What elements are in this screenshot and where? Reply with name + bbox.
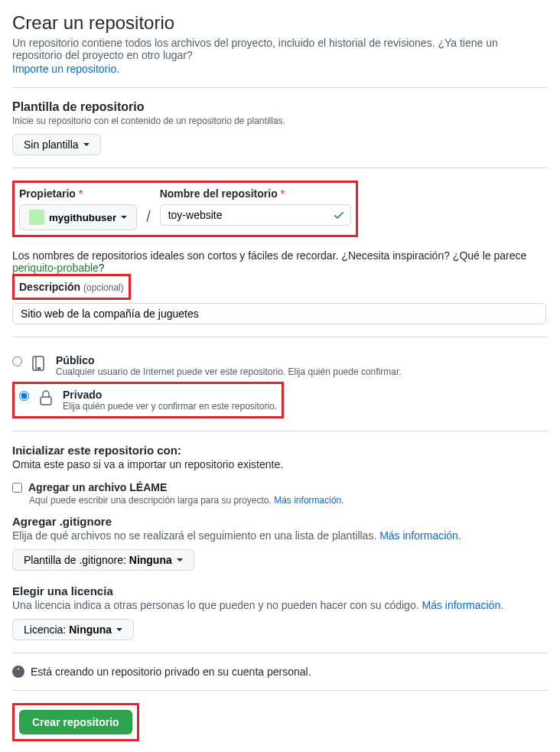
readme-label: Agregar un archivo LÉAME xyxy=(28,481,167,493)
chevron-down-icon xyxy=(83,143,90,146)
create-repo-button[interactable]: Crear repositorio xyxy=(19,710,132,734)
license-title: Elegir una licencia xyxy=(12,584,548,597)
readme-checkbox[interactable] xyxy=(12,483,22,493)
template-select-label: Sin plantilla xyxy=(24,138,79,151)
initialize-desc: Omita este paso si va a importar un repo… xyxy=(12,458,548,470)
description-input[interactable] xyxy=(12,303,546,324)
gitignore-select-label: Plantilla de .gitignore: Ninguna xyxy=(24,554,172,566)
owner-label: Propietario xyxy=(19,187,76,200)
visibility-public-label: Público xyxy=(56,354,402,366)
suggestion-link[interactable]: periquito-probable xyxy=(12,262,99,274)
visibility-private-desc: Elija quién puede ver y confirmar en est… xyxy=(63,401,277,412)
visibility-public-row[interactable]: Público Cualquier usuario de Internet pu… xyxy=(12,350,548,382)
divider xyxy=(12,431,548,431)
info-banner: Está creando un repositorio privado en s… xyxy=(12,666,548,678)
repo-name-hint: Los nombres de repositorios ideales son … xyxy=(12,249,548,274)
highlight-private: Privado Elija quién puede ver y confirma… xyxy=(12,382,284,418)
gitignore-desc: Elija de qué archivos no se realizará el… xyxy=(12,529,548,542)
import-repo-link[interactable]: Importe un repositorio. xyxy=(12,63,119,75)
readme-more-link[interactable]: Más información. xyxy=(274,495,343,506)
highlight-owner-name: Propietario * mygithubuser / Nombre del … xyxy=(12,181,358,237)
check-icon xyxy=(333,209,345,221)
template-section-desc: Inicie su repositorio con el contenido d… xyxy=(12,116,548,126)
visibility-private-label: Privado xyxy=(63,389,277,401)
chevron-down-icon xyxy=(116,628,122,631)
repo-name-input[interactable] xyxy=(160,204,351,226)
page-subtitle: Un repositorio contiene todos los archiv… xyxy=(12,37,548,61)
visibility-private-row[interactable]: Privado Elija quién puede ver y confirma… xyxy=(19,389,277,412)
slash-separator: / xyxy=(145,208,152,230)
highlight-submit: Crear repositorio xyxy=(12,703,139,741)
chevron-down-icon xyxy=(177,558,183,562)
chevron-down-icon xyxy=(121,216,127,219)
description-label: Descripción xyxy=(19,281,80,293)
gitignore-select[interactable]: Plantilla de .gitignore: Ninguna xyxy=(12,549,194,571)
repo-name-label: Nombre del repositorio xyxy=(160,187,278,200)
repo-icon xyxy=(30,354,48,373)
template-section-title: Plantilla de repositorio xyxy=(12,100,548,114)
required-asterisk: * xyxy=(281,187,285,200)
avatar-icon xyxy=(29,210,44,225)
divider xyxy=(12,337,548,337)
info-icon xyxy=(12,666,24,678)
page-title: Crear un repositorio xyxy=(12,12,548,34)
highlight-description: Descripción (opcional) xyxy=(12,274,131,300)
template-select[interactable]: Sin plantilla xyxy=(12,134,101,155)
gitignore-more-link[interactable]: Más información. xyxy=(379,529,461,542)
required-asterisk: * xyxy=(79,187,83,200)
description-optional: (opcional) xyxy=(83,282,124,293)
svg-rect-2 xyxy=(41,397,51,405)
visibility-public-radio[interactable] xyxy=(12,356,22,366)
divider xyxy=(12,653,548,653)
license-select-label: Licencia: Ninguna xyxy=(24,623,112,636)
license-select[interactable]: Licencia: Ninguna xyxy=(12,619,134,640)
owner-select[interactable]: mygithubuser xyxy=(19,204,137,230)
visibility-public-desc: Cualquier usuario de Internet puede ver … xyxy=(56,366,402,377)
owner-value: mygithubuser xyxy=(49,212,116,223)
divider xyxy=(12,168,548,168)
readme-desc: Aquí puede escribir una descripción larg… xyxy=(29,495,548,506)
divider xyxy=(12,690,548,691)
gitignore-title: Agregar .gitignore xyxy=(12,515,548,528)
divider xyxy=(12,87,548,88)
license-desc: Una licencia indica a otras personas lo … xyxy=(12,599,548,611)
visibility-private-radio[interactable] xyxy=(19,391,29,401)
lock-icon xyxy=(37,389,55,407)
initialize-title: Inicializar este repositorio con: xyxy=(12,444,548,457)
license-more-link[interactable]: Más información. xyxy=(422,599,503,611)
